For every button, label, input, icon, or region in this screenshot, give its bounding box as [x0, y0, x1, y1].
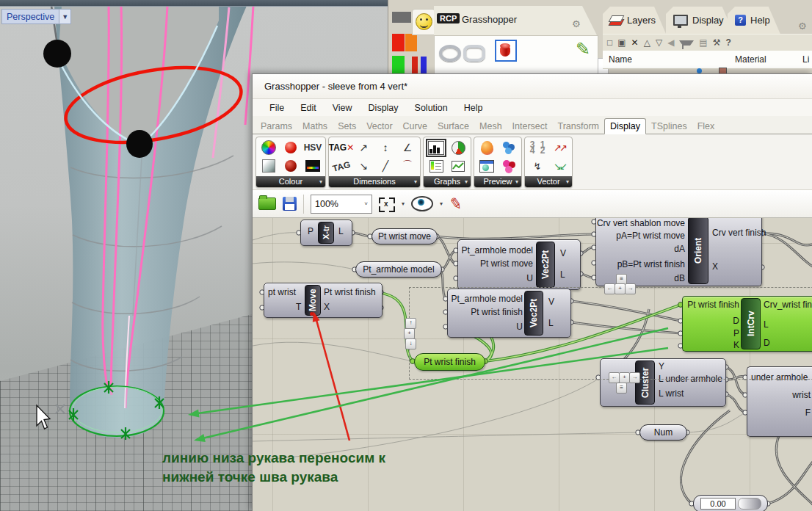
- filter-icon[interactable]: [679, 40, 694, 46]
- widget-right-icon[interactable]: →: [625, 283, 636, 294]
- orient-input-2[interactable]: pA=Pt wrist move: [616, 231, 685, 241]
- move-output-x[interactable]: X: [324, 302, 330, 312]
- widget-right2-icon[interactable]: →: [629, 372, 640, 383]
- panel-pt-wrist-move[interactable]: Pt wrist move: [371, 228, 438, 244]
- legend-icon[interactable]: [426, 157, 446, 175]
- green-arrows-icon[interactable]: ↘↙: [549, 157, 570, 175]
- cluster-output-under-armhole[interactable]: L under armhole: [659, 374, 722, 384]
- tag-icon[interactable]: TAG: [329, 154, 354, 177]
- orient-output-x[interactable]: X: [712, 261, 718, 272]
- widget-plus2-icon[interactable]: +: [619, 372, 630, 383]
- menu-edit[interactable]: Edit: [292, 103, 325, 113]
- move-down-icon[interactable]: ▽: [656, 37, 662, 48]
- tab-flex[interactable]: Flex: [692, 119, 720, 134]
- tab-intersect[interactable]: Intersect: [507, 119, 553, 134]
- red-sphere-icon[interactable]: [280, 139, 301, 157]
- orient-input-4[interactable]: pB=Pt wrist finish: [617, 259, 685, 269]
- delete-layer-icon[interactable]: ✕: [631, 37, 639, 48]
- move-input-ptwrist[interactable]: pt wrist: [268, 287, 296, 297]
- color-swatch-green[interactable]: [392, 56, 405, 73]
- color-swatch-red2[interactable]: [412, 57, 418, 73]
- tab-mesh[interactable]: Mesh: [474, 119, 507, 134]
- sheet-icon[interactable]: ▤: [699, 37, 707, 48]
- save-file-icon[interactable]: [283, 197, 297, 211]
- color-swatch-red[interactable]: [392, 34, 405, 51]
- blue-cluster-icon[interactable]: [499, 139, 519, 157]
- zoom-extents-icon[interactable]: x: [379, 196, 395, 212]
- vec2pt-b-input-1[interactable]: Pt_armhole model: [452, 294, 523, 304]
- pie-chart-icon[interactable]: [448, 139, 468, 157]
- torus-icon[interactable]: [439, 45, 461, 62]
- gem-icon[interactable]: [476, 139, 497, 157]
- intcrv-input-3[interactable]: P: [733, 328, 739, 338]
- move-output-ptwristfinish[interactable]: Pt wrist finish: [324, 287, 376, 297]
- dim-arc-icon[interactable]: ⌒: [397, 157, 418, 175]
- vec2pt-a-output-l[interactable]: L: [560, 269, 565, 280]
- sleeve-input-under-armhole[interactable]: under armhole: [751, 372, 808, 383]
- viewport-title[interactable]: Perspective ▼: [1, 9, 71, 24]
- widget-down-icon[interactable]: ↓: [405, 338, 416, 349]
- dim-segment-icon[interactable]: ↗: [353, 139, 374, 157]
- orient-input-5[interactable]: dB: [674, 273, 685, 283]
- tab-display[interactable]: Display: [666, 7, 734, 34]
- group-vector-label[interactable]: Vector▾: [525, 176, 572, 187]
- hex-torus-icon[interactable]: [463, 45, 485, 62]
- node-xtr[interactable]: P X-tr L: [300, 220, 352, 246]
- tab-surface[interactable]: Surface: [432, 119, 474, 134]
- color-swatch-orange[interactable]: [405, 34, 417, 51]
- widget-plus3-icon[interactable]: +: [404, 328, 415, 339]
- preview-dropdown[interactable]: ▾: [440, 200, 443, 207]
- node-move[interactable]: pt wrist T Move Pt wrist finish X: [264, 283, 383, 318]
- zigzag-icon[interactable]: ↯: [527, 157, 548, 175]
- dark-sphere-icon[interactable]: [280, 157, 301, 175]
- tab-vector[interactable]: Vector: [361, 119, 397, 134]
- red-arrows-icon[interactable]: ↗↗: [549, 139, 570, 157]
- group-dimensions-label[interactable]: Dimensions▾: [329, 176, 420, 187]
- orient-output-crv[interactable]: Crv vert finish: [712, 228, 766, 238]
- hsv-icon[interactable]: HSV: [302, 139, 323, 157]
- dim-vertical-icon[interactable]: ↕: [375, 139, 396, 157]
- red-cylinder-button[interactable]: [495, 40, 517, 62]
- renumber-icon[interactable]: 3 41 2: [527, 139, 548, 157]
- intcrv-output-d[interactable]: D: [764, 338, 770, 348]
- orient-input-1[interactable]: Crv vert shablon move: [597, 218, 685, 228]
- intcrv-input-4[interactable]: K: [733, 340, 739, 350]
- sleeve-input-f[interactable]: F: [805, 407, 811, 418]
- preview-eye-icon[interactable]: [411, 196, 433, 211]
- intcrv-output-crv[interactable]: Crv_wrist finish: [764, 300, 812, 310]
- widget-left2-icon[interactable]: ←: [609, 372, 620, 383]
- vec2pt-a-output-v[interactable]: V: [560, 248, 566, 258]
- menu-file[interactable]: File: [261, 103, 292, 113]
- xtr-input-p[interactable]: P: [308, 226, 313, 236]
- widget-up-icon[interactable]: ↑: [405, 318, 416, 329]
- vec2pt-b-output-l[interactable]: L: [548, 318, 554, 328]
- dim-slash-icon[interactable]: ╱: [375, 157, 396, 175]
- node-vec2pt-a[interactable]: Pt_armhole model Pt wrist move U Vec2Pt …: [457, 239, 581, 290]
- vec2pt-b-output-v[interactable]: V: [548, 297, 554, 307]
- intcrv-input-2[interactable]: D: [733, 316, 739, 326]
- move-up-icon[interactable]: △: [644, 37, 650, 48]
- group-graphs-label[interactable]: Graphs▾: [424, 176, 471, 187]
- slider-track[interactable]: [738, 498, 761, 510]
- tab-tsplines[interactable]: TSplines: [646, 119, 692, 134]
- cluster-output-wrist[interactable]: L wrist: [659, 388, 684, 399]
- group-colour-label[interactable]: Colour▾: [256, 176, 325, 187]
- node-sleeve-cluster[interactable]: under armhole wrist F: [747, 366, 812, 437]
- vec2pt-b-input-3[interactable]: U: [516, 322, 523, 332]
- vec2pt-a-input-1[interactable]: Pt_armhole model: [462, 245, 533, 256]
- slider-value[interactable]: 0.00: [700, 498, 736, 510]
- collapse-icon[interactable]: ◀: [667, 37, 674, 48]
- tab-display-active[interactable]: Display: [604, 118, 646, 134]
- node-intcrv[interactable]: Pt wrist finish D P K IntCrv Crv_wrist f…: [682, 296, 812, 352]
- tab-params[interactable]: Params: [255, 119, 297, 134]
- tab-maths[interactable]: Maths: [297, 119, 333, 134]
- panel-pt-armhole-model[interactable]: Pt_armhole model: [355, 261, 442, 278]
- bar-chart-icon[interactable]: [426, 139, 446, 157]
- rcp-gear-icon[interactable]: ⚙: [572, 18, 581, 29]
- open-file-icon[interactable]: [258, 197, 276, 210]
- sleeve-input-wrist[interactable]: wrist: [792, 390, 811, 400]
- menu-view[interactable]: View: [325, 103, 360, 113]
- tab-layers[interactable]: Layers: [603, 7, 666, 34]
- tab-sets[interactable]: Sets: [333, 119, 361, 134]
- orient-input-3[interactable]: dA: [674, 244, 685, 254]
